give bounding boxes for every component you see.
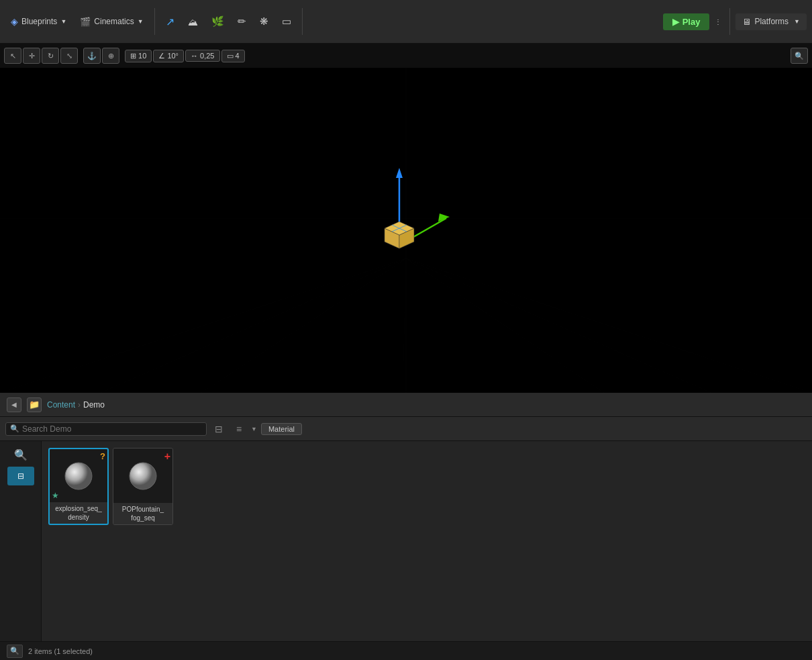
- breadcrumb-demo: Demo: [83, 400, 105, 410]
- toolbar-divider-3: [729, 8, 730, 35]
- svg-line-6: [406, 258, 812, 393]
- viewport-toolbar: ↖ ✛ ↻ ⤡ ⚓ ⊕ ⊞ 10 ∠ 10° ↔ 0,25 ▭ 4 🔍: [0, 44, 812, 68]
- vp-cursor-tool[interactable]: ↖: [4, 48, 21, 64]
- vp-anchor-tool[interactable]: ⚓: [83, 48, 101, 64]
- search-input[interactable]: [22, 424, 202, 434]
- viewport[interactable]: ↖ ✛ ↻ ⤡ ⚓ ⊕ ⊞ 10 ∠ 10° ↔ 0,25 ▭ 4 🔍: [0, 44, 812, 393]
- mode-select-button[interactable]: ↗: [160, 13, 180, 31]
- platforms-label: Platforms: [754, 17, 789, 26]
- asset-star-badge-1: ★: [52, 491, 59, 500]
- blueprints-label: Blueprints: [21, 17, 57, 26]
- asset-icon-1: [62, 459, 95, 493]
- svg-marker-13: [396, 168, 403, 178]
- sidebar-active-item[interactable]: ⊟: [7, 467, 34, 485]
- asset-badge-plus-2: +: [164, 451, 170, 463]
- mode-foliage-button[interactable]: 🌿: [206, 13, 230, 30]
- status-text: 2 items (1 selected): [28, 647, 93, 655]
- svg-line-4: [403, 258, 406, 393]
- mode-brush-button[interactable]: ▭: [276, 13, 297, 30]
- svg-line-5: [406, 258, 604, 393]
- platforms-button[interactable]: 🖥 Platforms ▼: [735, 13, 807, 30]
- mesh-paint-icon: ✏: [238, 15, 246, 28]
- filter-options-button[interactable]: ≡: [231, 421, 247, 437]
- svg-line-3: [201, 258, 406, 393]
- asset-tile[interactable]: + POPfountain_fog_seq: [113, 448, 173, 525]
- search-icon: 🔍: [10, 424, 19, 433]
- nav-back-button[interactable]: ◀: [7, 397, 21, 412]
- blueprints-icon: ◈: [11, 16, 18, 27]
- play-button[interactable]: ▶ Play: [663, 13, 710, 30]
- breadcrumb-content[interactable]: Content: [47, 400, 75, 410]
- content-header: ◀ 📁 Content › Demo: [0, 393, 812, 417]
- vp-search-button[interactable]: 🔍: [791, 48, 808, 64]
- top-toolbar: ◈ Blueprints ▼ 🎬 Cinematics ▼ ↗ ⛰ 🌿 ✏ ❋ …: [0, 0, 812, 44]
- svg-line-8: [406, 258, 711, 393]
- mode-fracture-button[interactable]: ❋: [254, 13, 274, 30]
- landscape-mode-icon: ⛰: [188, 16, 198, 28]
- vp-rotate-tool[interactable]: ↻: [42, 48, 59, 64]
- vp-grid-value: ⊞ 10: [125, 50, 152, 62]
- breadcrumb-sep: ›: [78, 400, 81, 410]
- cinematics-icon: 🎬: [80, 17, 91, 27]
- cinematics-button[interactable]: 🎬 Cinematics ▼: [74, 14, 148, 30]
- filter-caret-icon: ▼: [251, 426, 257, 432]
- fracture-mode-icon: ❋: [260, 15, 268, 28]
- content-sidebar: 🔍 ⊟: [0, 441, 42, 641]
- vp-scale-tool[interactable]: ⤡: [60, 48, 78, 64]
- select-mode-icon: ↗: [166, 15, 174, 28]
- columns-button[interactable]: ⊟: [211, 421, 227, 437]
- play-label: Play: [682, 17, 701, 27]
- content-grid[interactable]: ? ★ explosion_seq_density: [42, 441, 812, 641]
- sidebar-search-button[interactable]: 🔍: [7, 445, 34, 464]
- status-bar: 🔍 2 items (1 selected): [0, 641, 812, 660]
- foliage-mode-icon: 🌿: [211, 15, 224, 28]
- mode-landscape-button[interactable]: ⛰: [183, 13, 203, 30]
- play-options-icon: ⋮: [715, 18, 721, 26]
- vp-num-value: ▭ 4: [221, 50, 245, 62]
- bottom-panel: ◀ 📁 Content › Demo 🔍 ⊟ ≡ ▼ Material 🔍 ⊟: [0, 393, 812, 660]
- asset-icon-2: [126, 459, 160, 493]
- mode-mesh-paint-button[interactable]: ✏: [232, 13, 252, 30]
- filter-tag-material[interactable]: Material: [261, 423, 302, 435]
- blueprints-button[interactable]: ◈ Blueprints ▼: [5, 13, 72, 30]
- content-toolbar: 🔍 ⊟ ≡ ▼ Material: [0, 417, 812, 441]
- asset-name-2: POPfountain_fog_seq: [113, 503, 172, 524]
- svg-point-22: [65, 463, 92, 489]
- blueprints-dropdown-icon: ▼: [60, 18, 66, 25]
- asset-thumbnail-1: ? ★: [50, 449, 107, 502]
- toolbar-divider-2: [302, 8, 303, 35]
- svg-line-2: [0, 258, 406, 393]
- asset-name-1: explosion_seq_density: [50, 502, 107, 524]
- svg-point-23: [130, 463, 156, 489]
- play-options-button[interactable]: ⋮: [712, 15, 724, 28]
- asset-thumbnail-2: +: [113, 449, 172, 503]
- nav-folder-button[interactable]: 📁: [27, 397, 42, 412]
- platforms-dropdown-icon: ▼: [794, 18, 800, 25]
- vp-scale-value: ↔ 0,25: [185, 50, 219, 62]
- vp-translate-tool[interactable]: ✛: [23, 48, 40, 64]
- vp-snap-tool[interactable]: ⊕: [102, 48, 119, 64]
- viewport-object: [359, 164, 453, 267]
- play-icon: ▶: [672, 17, 679, 27]
- sidebar-active-icon: ⊟: [17, 471, 24, 481]
- cinematics-label: Cinematics: [94, 17, 134, 26]
- breadcrumb: Content › Demo: [47, 400, 105, 410]
- platforms-icon: 🖥: [742, 17, 751, 27]
- vp-angle-value: ∠ 10°: [153, 50, 184, 62]
- brush-mode-icon: ▭: [282, 15, 291, 28]
- asset-badge-question-1: ?: [100, 451, 105, 461]
- toolbar-divider-1: [154, 8, 155, 35]
- content-body: 🔍 ⊟: [0, 441, 812, 641]
- asset-tile[interactable]: ? ★ explosion_seq_density: [48, 448, 109, 525]
- svg-line-7: [101, 258, 406, 393]
- cinematics-dropdown-icon: ▼: [138, 18, 144, 25]
- search-box[interactable]: 🔍: [5, 422, 207, 436]
- status-search-button[interactable]: 🔍: [7, 645, 23, 658]
